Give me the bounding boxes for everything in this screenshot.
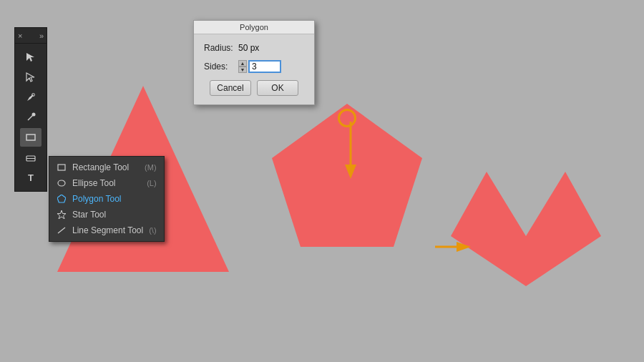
- eraser-tool[interactable]: [20, 148, 42, 167]
- rectangle-tool-item[interactable]: Rectangle Tool (M): [49, 160, 164, 175]
- ellipse-tool-item[interactable]: Ellipse Tool (L): [49, 175, 164, 191]
- spinner-down[interactable]: ▼: [238, 67, 247, 73]
- polygon-icon: [57, 194, 67, 204]
- svg-rect-14: [58, 165, 65, 170]
- spinner-up[interactable]: ▲: [238, 60, 247, 67]
- sides-input[interactable]: [248, 60, 281, 73]
- svg-marker-6: [457, 242, 471, 252]
- selection-tool[interactable]: [20, 48, 42, 67]
- dialog-body: Radius: 50 px Sides: ▲ ▼ Cancel OK: [194, 34, 314, 104]
- sides-label: Sides:: [204, 62, 234, 72]
- radius-label: Radius:: [204, 43, 234, 53]
- tool-flyout: Rectangle Tool (M) Ellipse Tool (L) Poly…: [49, 156, 165, 242]
- shape-tool[interactable]: [20, 128, 42, 147]
- dialog-buttons: Cancel OK: [204, 80, 304, 96]
- toolbar: T: [14, 43, 47, 192]
- toolbar-expand-btn[interactable]: »: [39, 31, 44, 40]
- sides-row: Sides: ▲ ▼: [204, 60, 304, 73]
- radius-row: Radius: 50 px: [204, 43, 304, 53]
- svg-point-15: [58, 180, 65, 186]
- toolbar-close-btn[interactable]: ×: [18, 31, 22, 40]
- radius-value: 50 px: [238, 43, 259, 53]
- rectangle-icon: [57, 162, 67, 172]
- sides-spinner[interactable]: ▲ ▼: [238, 60, 247, 73]
- right-arrow: [435, 240, 471, 254]
- pen-tool[interactable]: [20, 88, 42, 107]
- svg-marker-2: [451, 172, 601, 286]
- anchor-point-tool[interactable]: [20, 108, 42, 127]
- polygon-tool-item[interactable]: Polygon Tool: [49, 191, 164, 207]
- polygon-dialog: Polygon Radius: 50 px Sides: ▲ ▼ Cancel …: [193, 20, 315, 105]
- star-tool-item[interactable]: Star Tool: [49, 207, 164, 222]
- svg-marker-8: [26, 73, 34, 82]
- line-segment-tool-item[interactable]: Line Segment Tool (\): [49, 222, 164, 238]
- direct-selection-tool[interactable]: [20, 68, 42, 87]
- star-shape: [451, 143, 601, 286]
- type-tool[interactable]: T: [20, 168, 42, 187]
- ok-button[interactable]: OK: [257, 80, 298, 96]
- line-segment-icon: [57, 225, 67, 235]
- svg-rect-11: [26, 134, 35, 140]
- down-arrow: [343, 122, 358, 179]
- star-icon: [57, 210, 67, 220]
- ellipse-icon: [57, 178, 67, 188]
- dialog-title: Polygon: [194, 21, 314, 34]
- cancel-button[interactable]: Cancel: [210, 80, 251, 96]
- svg-marker-7: [26, 53, 34, 62]
- svg-marker-16: [57, 195, 66, 202]
- svg-marker-4: [345, 165, 356, 179]
- svg-point-10: [32, 113, 36, 117]
- svg-marker-17: [57, 210, 66, 219]
- sides-input-group: ▲ ▼: [238, 60, 281, 73]
- toolbar-header: × »: [14, 27, 47, 44]
- svg-line-18: [58, 228, 65, 233]
